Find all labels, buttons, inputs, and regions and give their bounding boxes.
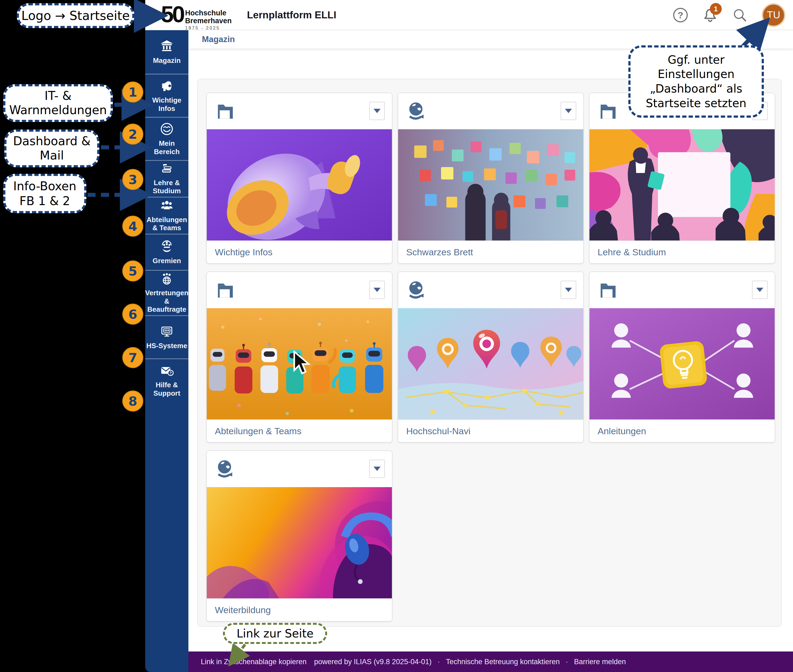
logo-50: 50 xyxy=(161,1,184,30)
callout-dashboard-startseite: Ggf. unter Einstellungen „Dashboard“ als… xyxy=(628,45,764,118)
card-title[interactable]: Schwarzes Brett xyxy=(398,240,583,263)
svg-text:?: ? xyxy=(170,371,172,375)
footer-copy-link[interactable]: Link in Zwischenablage kopieren xyxy=(201,658,307,666)
card-actions-dropdown[interactable] xyxy=(752,281,767,299)
card-actions-dropdown[interactable] xyxy=(369,281,385,299)
callout-link-zur-seite: Link zur Seite xyxy=(223,623,327,644)
sidebar-item-magazin[interactable]: Magazin xyxy=(145,30,188,74)
folder-icon xyxy=(215,279,236,301)
card-title[interactable]: Anleitungen xyxy=(590,419,775,442)
notifications-bell-icon[interactable]: 1 xyxy=(702,7,718,23)
megaphone-icon xyxy=(160,79,174,93)
page-title: Lernplattform ELLI xyxy=(247,0,336,30)
books-icon xyxy=(160,162,174,175)
card-actions-dropdown[interactable] xyxy=(369,459,385,478)
card-abteilungen-teams[interactable]: Abteilungen & Teams xyxy=(206,272,392,443)
sidebar-item-gremien[interactable]: Gremien xyxy=(145,234,188,270)
annotation-badge-6: 6 xyxy=(122,304,143,325)
card-image-robots xyxy=(207,308,392,419)
chevron-down-icon xyxy=(373,467,381,471)
sidebar-item-abteilungen-teams[interactable]: Abteilungen & Teams xyxy=(145,197,188,234)
app-header: 50 Hochschule Bremerhaven 1975 - 2025 Le… xyxy=(145,0,793,30)
hochschule-bremerhaven-logo[interactable]: 50 Hochschule Bremerhaven 1975 - 2025 xyxy=(161,1,232,30)
sidebar-item-lehre-studium[interactable]: Lehre & Studium xyxy=(145,160,188,197)
help-icon[interactable]: ? xyxy=(673,7,688,23)
weblink-icon xyxy=(215,458,236,480)
annotation-badge-5: 5 xyxy=(122,261,143,282)
main-sidebar: Magazin Wichtige Infos Mein Bereich Lehr… xyxy=(145,30,188,672)
callout-dashboard-mail: Dashboard & Mail xyxy=(4,130,99,167)
footer-bar: Link in Zwischenablage kopieren powered … xyxy=(188,651,793,672)
monitor-password-icon xyxy=(160,325,174,338)
mail-question-icon: ? xyxy=(160,363,174,378)
weblink-icon xyxy=(406,100,427,122)
footer-barrier-link[interactable]: Barriere melden xyxy=(574,658,626,666)
card-image-idea-cube xyxy=(590,308,775,419)
card-title[interactable]: Lehre & Studium xyxy=(590,240,775,263)
magazin-card-grid: Wichtige Infos xyxy=(197,79,782,627)
card-image-sticky-notes xyxy=(398,129,583,240)
card-title[interactable]: Abteilungen & Teams xyxy=(207,419,392,442)
callout-it-warnmeldungen: IT- & Warnmeldungen xyxy=(3,84,113,122)
chevron-down-icon xyxy=(373,288,381,292)
card-image-map-pins xyxy=(398,308,583,419)
annotation-badge-2: 2 xyxy=(122,123,143,145)
chevron-down-icon xyxy=(756,288,763,292)
card-hochschul-navi[interactable]: Hochschul-Navi xyxy=(397,272,584,443)
card-schwarzes-brett[interactable]: Schwarzes Brett xyxy=(397,93,584,264)
card-lehre-studium[interactable]: Lehre & Studium xyxy=(589,93,775,264)
weblink-icon xyxy=(406,279,427,301)
chevron-down-icon xyxy=(565,288,572,292)
logo-text: Hochschule Bremerhaven 1975 - 2025 xyxy=(185,9,232,30)
annotation-badge-1: 1 xyxy=(122,82,143,102)
sidebar-item-wichtige-infos[interactable]: Wichtige Infos xyxy=(145,74,188,117)
card-title[interactable]: Hochschul-Navi xyxy=(398,419,583,442)
card-image-headphones xyxy=(207,487,392,598)
callout-logo-startseite: Logo → Startseite xyxy=(17,3,135,28)
card-actions-dropdown[interactable] xyxy=(561,102,576,120)
smiley-icon xyxy=(160,122,174,136)
card-actions-dropdown[interactable] xyxy=(561,281,576,299)
people-group-icon xyxy=(160,199,174,213)
callout-info-boxen: Info-Boxen FB 1 & 2 xyxy=(3,174,87,213)
chevron-down-icon xyxy=(373,109,381,113)
folder-icon xyxy=(598,279,618,301)
notification-count-badge: 1 xyxy=(710,3,722,15)
mouse-cursor xyxy=(292,350,311,375)
card-title[interactable]: Wichtige Infos xyxy=(207,240,392,263)
folder-icon xyxy=(598,100,618,122)
footer-separator: · xyxy=(564,658,570,666)
footer-support-link[interactable]: Technische Betreuung kontaktieren xyxy=(446,658,560,666)
sidebar-item-vertretungen[interactable]: Vertretungen & Beauftragte xyxy=(145,270,188,315)
card-weiterbildung[interactable]: Weiterbildung xyxy=(206,450,392,622)
breadcrumb-magazin[interactable]: Magazin xyxy=(202,35,235,44)
content-area: Wichtige Infos xyxy=(188,49,793,651)
annotation-badge-3: 3 xyxy=(122,169,143,190)
card-title[interactable]: Weiterbildung xyxy=(207,598,392,621)
search-icon[interactable] xyxy=(732,7,748,23)
card-actions-dropdown[interactable] xyxy=(369,102,385,120)
card-anleitungen[interactable]: Anleitungen xyxy=(589,272,775,443)
annotation-badge-8: 8 xyxy=(122,390,143,411)
folder-icon xyxy=(215,100,236,122)
footer-separator: · xyxy=(435,658,442,666)
bank-icon xyxy=(160,39,174,53)
sidebar-item-mein-bereich[interactable]: Mein Bereich xyxy=(145,117,188,160)
footer-powered-by: powered by ILIAS (v9.8 2025-04-01) xyxy=(314,658,432,666)
sidebar-item-hs-systeme[interactable]: HS-Systeme xyxy=(145,315,188,358)
annotation-badge-7: 7 xyxy=(122,347,143,368)
globe-people-icon xyxy=(160,272,174,286)
card-image-megaphone xyxy=(207,129,392,240)
chevron-down-icon xyxy=(565,109,572,113)
annotation-badge-4: 4 xyxy=(122,216,143,237)
user-avatar[interactable]: TU xyxy=(762,3,785,27)
card-image-lecture xyxy=(590,129,775,240)
card-wichtige-infos[interactable]: Wichtige Infos xyxy=(206,93,392,264)
svg-text:?: ? xyxy=(678,10,683,20)
sidebar-item-hilfe-support[interactable]: ? Hilfe & Support xyxy=(145,358,188,402)
header-actions: ? 1 TU xyxy=(673,0,785,30)
committee-icon xyxy=(160,239,174,253)
